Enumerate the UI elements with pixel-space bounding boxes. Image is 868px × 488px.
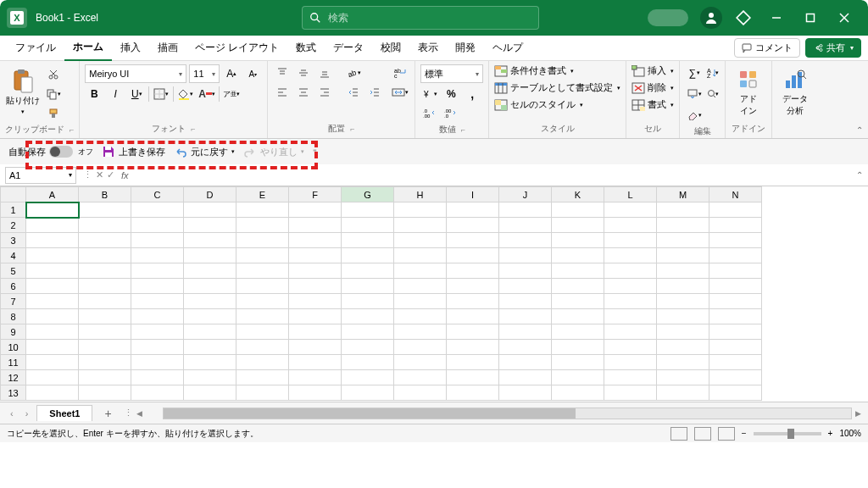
cell-H6[interactable] — [394, 279, 447, 294]
cell-I5[interactable] — [447, 263, 499, 279]
cell-E3[interactable] — [236, 233, 289, 248]
cell-A2[interactable] — [26, 218, 79, 233]
user-avatar[interactable] — [700, 7, 722, 29]
cell-G3[interactable] — [342, 233, 394, 248]
sheet-next-button[interactable]: › — [22, 408, 32, 419]
cell-E6[interactable] — [236, 279, 289, 294]
page-break-view-button[interactable] — [718, 427, 735, 441]
delete-cells-button[interactable]: 削除▾ — [632, 81, 674, 94]
row-header-6[interactable]: 6 — [1, 279, 26, 294]
clipboard-launcher[interactable]: ⌐ — [70, 125, 74, 134]
cell-F1[interactable] — [289, 202, 342, 218]
cell-K12[interactable] — [552, 370, 604, 385]
cell-C3[interactable] — [131, 233, 184, 248]
cell-D7[interactable] — [184, 294, 236, 309]
row-header-12[interactable]: 12 — [1, 370, 26, 385]
font-name-dropdown[interactable]: Meiryo UI▾ — [85, 64, 186, 83]
cell-E4[interactable] — [236, 248, 289, 263]
insert-cells-button[interactable]: 挿入▾ — [632, 64, 674, 77]
font-color-button[interactable]: A▾ — [198, 86, 216, 103]
alignment-launcher[interactable]: ⌐ — [350, 125, 354, 133]
cell-B3[interactable] — [79, 233, 131, 248]
cell-L12[interactable] — [604, 370, 657, 385]
horizontal-scrollbar[interactable] — [163, 408, 852, 419]
cell-I11[interactable] — [447, 355, 499, 370]
cell-M10[interactable] — [657, 340, 709, 355]
wrap-text-button[interactable]: abc — [391, 64, 409, 81]
align-top-button[interactable] — [273, 64, 292, 81]
cell-G2[interactable] — [342, 218, 394, 233]
cell-F8[interactable] — [289, 309, 342, 324]
cell-M9[interactable] — [657, 324, 709, 340]
cell-J13[interactable] — [499, 385, 552, 401]
cell-E13[interactable] — [236, 385, 289, 401]
cell-B5[interactable] — [79, 263, 131, 279]
cell-J8[interactable] — [499, 309, 552, 324]
row-header-11[interactable]: 11 — [1, 355, 26, 370]
cell-I13[interactable] — [447, 385, 499, 401]
share-button[interactable]: 共有▾ — [805, 38, 861, 58]
formula-cancel-button[interactable]: ✕ — [96, 169, 103, 180]
cell-I1[interactable] — [447, 202, 499, 218]
italic-button[interactable]: I — [106, 86, 125, 103]
cell-E10[interactable] — [236, 340, 289, 355]
cell-C9[interactable] — [131, 324, 184, 340]
cell-G4[interactable] — [342, 248, 394, 263]
zoom-in-button[interactable]: + — [828, 429, 833, 438]
cell-B10[interactable] — [79, 340, 131, 355]
cell-I12[interactable] — [447, 370, 499, 385]
cell-N12[interactable] — [709, 370, 762, 385]
autosum-button[interactable]: ∑▾ — [685, 64, 704, 81]
col-header-D[interactable]: D — [184, 187, 236, 202]
row-header-1[interactable]: 1 — [1, 202, 26, 218]
cell-A11[interactable] — [26, 355, 79, 370]
paste-button[interactable]: 貼り付け ▾ — [5, 64, 41, 120]
decrease-decimal-button[interactable]: .00.0 — [442, 105, 460, 122]
cell-H4[interactable] — [394, 248, 447, 263]
cell-D2[interactable] — [184, 218, 236, 233]
conditional-formatting-button[interactable]: 条件付き書式▾ — [494, 64, 620, 77]
cell-J1[interactable] — [499, 202, 552, 218]
tab-insert[interactable]: 挿入 — [112, 36, 149, 60]
select-all-cell[interactable] — [1, 187, 26, 202]
cell-H7[interactable] — [394, 294, 447, 309]
zoom-level[interactable]: 100% — [839, 429, 861, 438]
decrease-font-button[interactable]: A▾ — [243, 65, 262, 82]
sheet-tab-active[interactable]: Sheet1 — [36, 405, 92, 421]
cell-M7[interactable] — [657, 294, 709, 309]
cell-F13[interactable] — [289, 385, 342, 401]
cell-A13[interactable] — [26, 385, 79, 401]
cell-F9[interactable] — [289, 324, 342, 340]
cell-B6[interactable] — [79, 279, 131, 294]
formula-more-icon[interactable]: ⋮ — [83, 169, 92, 180]
percent-format-button[interactable]: % — [442, 86, 460, 103]
accounting-format-button[interactable]: ¥▾ — [420, 86, 439, 103]
format-cells-button[interactable]: 書式▾ — [632, 98, 674, 111]
cell-A10[interactable] — [26, 340, 79, 355]
cell-F5[interactable] — [289, 263, 342, 279]
cell-A12[interactable] — [26, 370, 79, 385]
row-header-5[interactable]: 5 — [1, 263, 26, 279]
tab-view[interactable]: 表示 — [409, 36, 447, 60]
cell-L13[interactable] — [604, 385, 657, 401]
cell-A4[interactable] — [26, 248, 79, 263]
cell-A3[interactable] — [26, 233, 79, 248]
cell-L4[interactable] — [604, 248, 657, 263]
expand-formula-bar-button[interactable]: ⌃ — [856, 170, 863, 180]
cell-H12[interactable] — [394, 370, 447, 385]
cell-J9[interactable] — [499, 324, 552, 340]
tab-draw[interactable]: 描画 — [149, 36, 186, 60]
cell-J6[interactable] — [499, 279, 552, 294]
cell-I10[interactable] — [447, 340, 499, 355]
cell-D1[interactable] — [184, 202, 236, 218]
cell-B9[interactable] — [79, 324, 131, 340]
increase-decimal-button[interactable]: .0.00 — [420, 105, 439, 122]
cell-N1[interactable] — [709, 202, 762, 218]
col-header-C[interactable]: C — [131, 187, 184, 202]
cell-H8[interactable] — [394, 309, 447, 324]
cell-N4[interactable] — [709, 248, 762, 263]
cell-H9[interactable] — [394, 324, 447, 340]
cell-B12[interactable] — [79, 370, 131, 385]
cell-K3[interactable] — [552, 233, 604, 248]
row-header-8[interactable]: 8 — [1, 309, 26, 324]
